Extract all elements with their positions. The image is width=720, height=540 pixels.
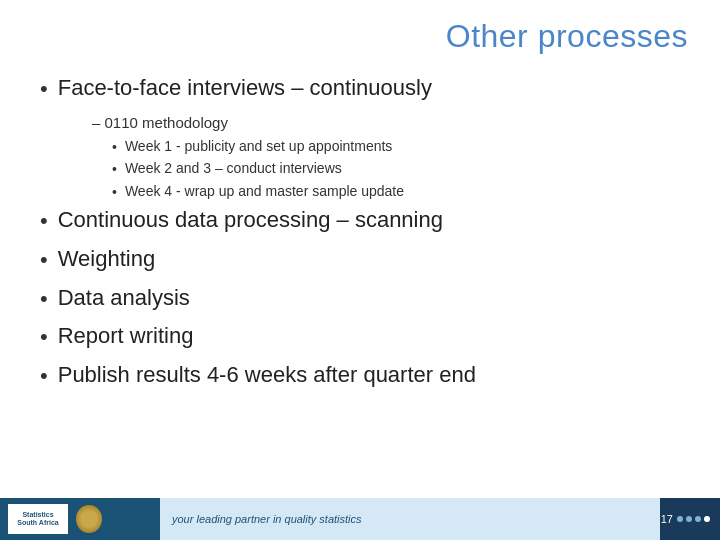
- footer-tagline-area: your leading partner in quality statisti…: [160, 498, 660, 540]
- sub-dot-1: •: [112, 139, 117, 155]
- bullet-text-2: Continuous data processing – scanning: [58, 205, 443, 235]
- sub-dot-3: •: [112, 184, 117, 200]
- dot-4-active: [704, 516, 710, 522]
- logo-text: Statistics South Africa: [17, 511, 58, 528]
- sub-text-2: Week 2 and 3 – conduct interviews: [125, 159, 342, 179]
- statistics-logo: Statistics South Africa: [8, 504, 68, 534]
- bullet-text-3: Weighting: [58, 244, 155, 274]
- dots-area: [677, 516, 710, 522]
- bullet-1: • Face-to-face interviews – continuously: [40, 73, 680, 104]
- bullet-text-5: Report writing: [58, 321, 194, 351]
- bullet-6: • Publish results 4-6 weeks after quarte…: [40, 360, 680, 391]
- bullet-4: • Data analysis: [40, 283, 680, 314]
- sub-bullet-1: • Week 1 - publicity and set up appointm…: [92, 137, 680, 157]
- bullet-text-6: Publish results 4-6 weeks after quarter …: [58, 360, 476, 390]
- bullet-dot-2: •: [40, 207, 48, 236]
- bullet-text-1: Face-to-face interviews – continuously: [58, 73, 432, 103]
- content-area: • Face-to-face interviews – continuously…: [0, 65, 720, 390]
- bullet-2: • Continuous data processing – scanning: [40, 205, 680, 236]
- bullet-dot-1: •: [40, 75, 48, 104]
- dot-1: [677, 516, 683, 522]
- page-number: 17: [661, 513, 673, 525]
- bullet-dot-3: •: [40, 246, 48, 275]
- bullet-dot-6: •: [40, 362, 48, 391]
- footer-tagline: your leading partner in quality statisti…: [172, 513, 362, 525]
- dash-heading: – 0110 methodology: [92, 112, 680, 133]
- bullet-text-4: Data analysis: [58, 283, 190, 313]
- bullet-dot-5: •: [40, 323, 48, 352]
- sub-heading-area: – 0110 methodology • Week 1 - publicity …: [40, 112, 680, 202]
- footer-logo-area: Statistics South Africa: [0, 498, 160, 540]
- footer: Statistics South Africa your leading par…: [0, 498, 720, 540]
- sub-bullet-2: • Week 2 and 3 – conduct interviews: [92, 159, 680, 179]
- dot-2: [686, 516, 692, 522]
- dot-3: [695, 516, 701, 522]
- bullet-dot-4: •: [40, 285, 48, 314]
- bullet-3: • Weighting: [40, 244, 680, 275]
- slide: Other processes • Face-to-face interview…: [0, 0, 720, 540]
- sub-bullet-3: • Week 4 - wrap up and master sample upd…: [92, 182, 680, 202]
- logo-emblem: [76, 505, 102, 533]
- footer-page-area: 17: [660, 498, 720, 540]
- bullet-5: • Report writing: [40, 321, 680, 352]
- sub-dot-2: •: [112, 161, 117, 177]
- sub-text-3: Week 4 - wrap up and master sample updat…: [125, 182, 404, 202]
- slide-title: Other processes: [0, 0, 720, 65]
- sub-text-1: Week 1 - publicity and set up appointmen…: [125, 137, 392, 157]
